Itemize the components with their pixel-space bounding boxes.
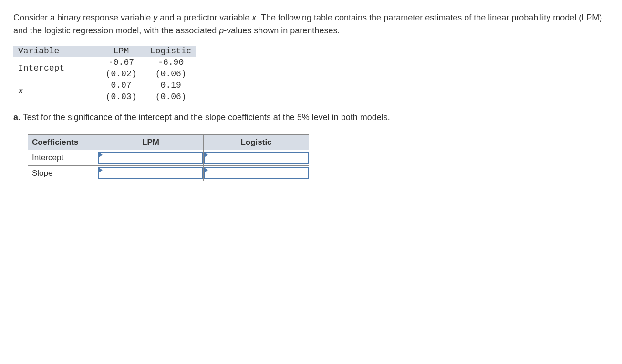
part-a-text: a. Test for the significance of the inte… [13,111,609,124]
cell-log-intercept-est: -6.90 [145,57,196,69]
var-x: x [252,13,256,22]
var-y: y [153,13,157,22]
table-row: Intercept [28,150,309,166]
col-header-lpm: LPM [97,46,145,57]
dropdown-slope-lpm[interactable] [98,167,203,179]
cell-lpm-intercept-p: (0.02) [97,69,145,80]
dropdown-slope-logistic[interactable] [204,167,309,179]
parameter-estimates-table: Variable LPM Logistic Intercept -0.67 -6… [13,46,196,102]
dropdown-arrow-icon [98,152,103,158]
col-header-logistic: Logistic [145,46,196,57]
dropdown-intercept-lpm[interactable] [98,152,203,164]
question-intro: Consider a binary response variable y an… [13,11,609,37]
dropdown-arrow-icon [98,167,103,173]
answer-header-lpm: LPM [98,134,204,150]
answer-header-logistic: Logistic [204,134,309,150]
answer-table: Coefficients LPM Logistic Intercept Slop… [28,134,309,182]
cell-log-x-est: 0.19 [145,80,196,91]
cell-lpm-intercept-est: -0.67 [97,57,145,69]
part-a-label: a. [13,112,21,122]
table-row: Slope [28,165,309,181]
cell-lpm-x-p: (0.03) [97,91,145,102]
row-label-intercept: Intercept [13,57,97,80]
cell-log-intercept-p: (0.06) [145,69,196,80]
answer-row-slope-label: Slope [28,165,98,181]
row-label-x: x [13,80,97,102]
dropdown-intercept-logistic[interactable] [204,152,309,164]
answer-header-coefficients: Coefficients [28,134,98,150]
dropdown-arrow-icon [204,167,208,173]
var-p: p [219,26,224,35]
col-header-variable: Variable [13,46,97,57]
cell-lpm-x-est: 0.07 [97,80,145,91]
dropdown-arrow-icon [204,152,208,158]
answer-row-intercept-label: Intercept [28,150,98,166]
cell-log-x-p: (0.06) [145,91,196,102]
